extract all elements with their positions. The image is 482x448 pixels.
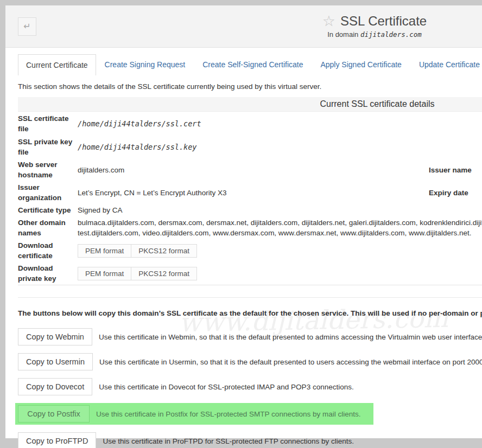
- copy-webmin-row: Copy to Webmin Use this certificate in W…: [18, 328, 482, 345]
- issuer-org-label: Issuer organization: [18, 181, 78, 204]
- tab-create-signing-request[interactable]: Create Signing Request: [96, 54, 194, 75]
- copy-postfix-description: Use this certificate in Postfix for SSL-…: [96, 410, 360, 418]
- copy-to-postfix-button[interactable]: Copy to Postfix: [18, 405, 90, 423]
- download-key-label: Download private key: [18, 262, 78, 285]
- table-row: Issuer organization Let’s Encrypt, CN = …: [18, 181, 482, 204]
- copy-dovecot-description: Use this certificate in Dovecot for SSL-…: [99, 383, 353, 391]
- copy-to-webmin-button[interactable]: Copy to Webmin: [18, 328, 92, 345]
- copy-usermin-description: Use this certificate in Usermin, so that…: [99, 358, 482, 366]
- hostname-label: Web server hostname: [18, 158, 78, 181]
- cert-pem-format-button[interactable]: PEM format: [78, 244, 131, 258]
- cert-file-label: SSL certificate file: [18, 112, 78, 135]
- hostname-value: dijitalders.com: [78, 165, 429, 175]
- table-row: Certificate type Signed by CA: [18, 204, 482, 216]
- key-pkcs12-format-button[interactable]: PKCS12 format: [131, 267, 197, 280]
- download-cert-label: Download certificate: [18, 239, 78, 262]
- tab-apply-signed[interactable]: Apply Signed Certificate: [312, 54, 410, 75]
- copy-usermin-row: Copy to Usermin Use this certificate in …: [18, 353, 482, 370]
- copy-to-dovecot-button[interactable]: Copy to Dovecot: [18, 378, 92, 395]
- page-header: ↵ ☆ SSL Certificate In domain dijitalder…: [5, 5, 482, 48]
- table-row: SSL private key file /home/diji44talders…: [18, 136, 482, 158]
- copy-webmin-description: Use this certificate in Webmin, so that …: [99, 333, 482, 341]
- domain-name: dijitalders.com: [360, 30, 422, 39]
- star-icon: ☆: [322, 14, 335, 29]
- copy-section-intro: The buttons below will copy this domain’…: [18, 309, 482, 317]
- table-row: SSL certificate file /home/diji44talders…: [18, 112, 482, 136]
- table-row: Download private key PEM format PKCS12 f…: [18, 262, 482, 285]
- key-file-label: SSL private key file: [18, 136, 78, 158]
- issuer-org-value: Let’s Encrypt, CN = Let’s Encrypt Author…: [78, 188, 429, 198]
- ssl-certificate-page: www.dijitalders.com ↵ ☆ SSL Certificate …: [5, 5, 482, 438]
- table-row: Web server hostname dijitalders.com Issu…: [18, 158, 482, 181]
- download-cert-buttons: PEM format PKCS12 format: [78, 244, 429, 258]
- main-content: Current Certificate Create Signing Reque…: [5, 48, 482, 448]
- copy-to-usermin-button[interactable]: Copy to Usermin: [18, 353, 93, 370]
- subtitle-prefix: In domain: [327, 30, 358, 39]
- cert-file-value: /home/diji44talders/ssl.cert: [78, 119, 429, 129]
- key-pem-format-button[interactable]: PEM format: [78, 267, 131, 280]
- download-key-buttons: PEM format PKCS12 format: [78, 267, 429, 280]
- cert-type-label: Certificate type: [18, 204, 78, 216]
- tab-bar: Current Certificate Create Signing Reque…: [18, 54, 482, 75]
- other-domains-line2: test.dijitalders.com, video.dijitalders.…: [78, 228, 482, 238]
- domain-subtitle: In domain dijitalders.com: [5, 30, 482, 39]
- other-domains-value: bulmaca.dijitalders.com, dersmax.com, de…: [78, 217, 482, 238]
- copy-dovecot-row: Copy to Dovecot Use this certificate in …: [18, 378, 482, 395]
- section-description: This section shows the details of the SS…: [18, 82, 482, 91]
- copy-to-proftpd-button[interactable]: Copy to ProFTPD: [18, 432, 96, 448]
- tab-update-cert-key[interactable]: Update Certificate and Key: [410, 54, 482, 75]
- copy-proftpd-description: Use this certificate in ProFTPD for SSL-…: [103, 437, 354, 445]
- section-divider: [18, 297, 482, 298]
- other-domains-line1: bulmaca.dijitalders.com, dersmax.com, de…: [78, 217, 482, 228]
- copy-postfix-row-highlighted: Copy to Postfix Use this certificate in …: [15, 403, 373, 425]
- page-title: SSL Certificate: [340, 14, 427, 29]
- expiry-date-label: Expiry date: [429, 189, 482, 197]
- certificate-details-table: Current SSL certificate details SSL cert…: [18, 97, 482, 285]
- issuer-name-label: Issuer name: [429, 166, 482, 174]
- cert-pkcs12-format-button[interactable]: PKCS12 format: [131, 244, 197, 258]
- header-title-block: ☆ SSL Certificate In domain dijitalders.…: [5, 5, 482, 39]
- details-table-title: Current SSL certificate details: [18, 97, 482, 112]
- cert-type-value: Signed by CA: [78, 205, 429, 215]
- table-row: Other domain names bulmaca.dijitalders.c…: [18, 216, 482, 239]
- key-file-value: /home/diji44talders/ssl.key: [78, 142, 429, 152]
- tab-current-certificate[interactable]: Current Certificate: [18, 54, 96, 75]
- table-row: Download certificate PEM format PKCS12 f…: [18, 239, 482, 262]
- other-domains-label: Other domain names: [18, 216, 78, 239]
- tab-create-self-signed[interactable]: Create Self-Signed Certificate: [194, 54, 312, 75]
- copy-proftpd-row: Copy to ProFTPD Use this certificate in …: [18, 432, 482, 448]
